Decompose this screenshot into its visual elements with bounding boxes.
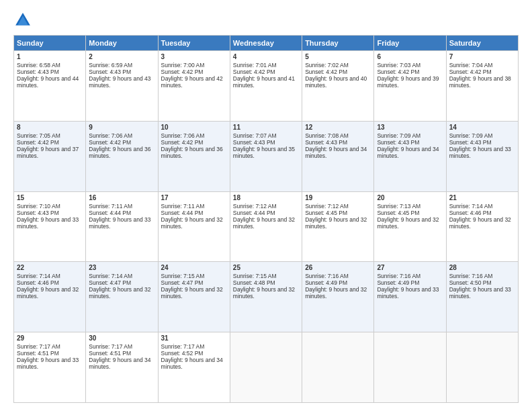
day-number: 12: [305, 124, 371, 131]
day-number: 7: [449, 53, 515, 60]
calendar-week-2: 15Sunrise: 7:10 AMSunset: 4:43 PMDayligh…: [14, 191, 519, 262]
day-number: 2: [89, 53, 154, 60]
sunrise-label: Sunrise: 7:00 AM: [161, 62, 205, 68]
calendar-cell: 17Sunrise: 7:11 AMSunset: 4:44 PMDayligh…: [158, 191, 230, 262]
sunrise-label: Sunrise: 7:14 AM: [89, 273, 132, 279]
sunset-label: Sunset: 4:46 PM: [17, 279, 59, 286]
sunset-label: Sunset: 4:45 PM: [305, 210, 347, 216]
calendar-cell: 12Sunrise: 7:08 AMSunset: 4:43 PMDayligh…: [302, 121, 374, 191]
sunrise-label: Sunrise: 7:05 AM: [17, 132, 60, 139]
calendar-cell: 6Sunrise: 7:03 AMSunset: 4:42 PMDaylight…: [374, 51, 446, 122]
day-number: 30: [89, 334, 154, 342]
calendar-week-1: 8Sunrise: 7:05 AMSunset: 4:42 PMDaylight…: [14, 121, 519, 191]
sunrise-label: Sunrise: 7:16 AM: [305, 273, 349, 279]
calendar-cell: 31Sunrise: 7:17 AMSunset: 4:52 PMDayligh…: [158, 332, 230, 403]
daylight-label: Daylight: 9 hours and 33 minutes.: [377, 286, 439, 300]
calendar-header-monday: Monday: [86, 36, 158, 51]
day-number: 8: [17, 124, 83, 131]
calendar-header-row: SundayMondayTuesdayWednesdayThursdayFrid…: [14, 36, 519, 51]
sunset-label: Sunset: 4:51 PM: [89, 350, 131, 357]
calendar-cell: 1Sunrise: 6:58 AMSunset: 4:43 PMDaylight…: [14, 51, 86, 122]
sunset-label: Sunset: 4:42 PM: [17, 139, 59, 146]
sunset-label: Sunset: 4:43 PM: [17, 210, 59, 216]
sunset-label: Sunset: 4:42 PM: [161, 68, 204, 75]
sunset-label: Sunset: 4:43 PM: [305, 139, 347, 146]
logo: [13, 11, 35, 30]
day-number: 18: [233, 194, 299, 201]
daylight-label: Daylight: 9 hours and 36 minutes.: [161, 146, 223, 159]
daylight-label: Daylight: 9 hours and 34 minutes.: [161, 357, 223, 370]
sunset-label: Sunset: 4:45 PM: [377, 210, 419, 216]
sunset-label: Sunset: 4:47 PM: [161, 279, 204, 286]
calendar-cell: 14Sunrise: 7:09 AMSunset: 4:43 PMDayligh…: [446, 121, 518, 191]
calendar-table: SundayMondayTuesdayWednesdayThursdayFrid…: [13, 35, 519, 403]
sunrise-label: Sunrise: 7:06 AM: [161, 132, 205, 139]
day-number: 13: [377, 124, 443, 131]
sunset-label: Sunset: 4:42 PM: [305, 68, 347, 75]
daylight-label: Daylight: 9 hours and 34 minutes.: [305, 146, 367, 159]
daylight-label: Daylight: 9 hours and 32 minutes.: [377, 216, 439, 230]
calendar-cell: 19Sunrise: 7:12 AMSunset: 4:45 PMDayligh…: [302, 191, 374, 262]
day-number: 9: [89, 124, 154, 131]
day-number: 29: [17, 334, 83, 342]
calendar-header-sunday: Sunday: [14, 36, 86, 51]
sunrise-label: Sunrise: 7:11 AM: [161, 203, 205, 210]
calendar-cell: 24Sunrise: 7:15 AMSunset: 4:47 PMDayligh…: [158, 262, 230, 332]
sunrise-label: Sunrise: 7:14 AM: [17, 273, 60, 279]
sunrise-label: Sunrise: 7:10 AM: [17, 203, 60, 210]
sunrise-label: Sunrise: 7:15 AM: [161, 273, 205, 279]
logo-icon: [13, 11, 32, 30]
sunset-label: Sunset: 4:51 PM: [17, 350, 59, 357]
day-number: 23: [89, 264, 154, 271]
day-number: 1: [17, 53, 83, 60]
daylight-label: Daylight: 9 hours and 32 minutes.: [233, 216, 295, 230]
day-number: 31: [161, 334, 227, 342]
daylight-label: Daylight: 9 hours and 43 minutes.: [89, 75, 150, 89]
sunrise-label: Sunrise: 7:17 AM: [89, 343, 132, 350]
daylight-label: Daylight: 9 hours and 38 minutes.: [449, 75, 511, 89]
calendar-cell: 13Sunrise: 7:09 AMSunset: 4:43 PMDayligh…: [374, 121, 446, 191]
day-number: 25: [233, 264, 299, 271]
calendar-cell: 16Sunrise: 7:11 AMSunset: 4:44 PMDayligh…: [86, 191, 158, 262]
day-number: 11: [233, 124, 299, 131]
sunrise-label: Sunrise: 7:08 AM: [305, 132, 349, 139]
sunset-label: Sunset: 4:42 PM: [233, 68, 275, 75]
sunrise-label: Sunrise: 7:06 AM: [89, 132, 132, 139]
sunset-label: Sunset: 4:43 PM: [89, 68, 131, 75]
daylight-label: Daylight: 9 hours and 34 minutes.: [89, 357, 150, 370]
calendar-header-saturday: Saturday: [446, 36, 518, 51]
sunset-label: Sunset: 4:49 PM: [377, 279, 419, 286]
sunset-label: Sunset: 4:43 PM: [377, 139, 419, 146]
calendar-cell: 4Sunrise: 7:01 AMSunset: 4:42 PMDaylight…: [230, 51, 302, 122]
calendar-cell: 22Sunrise: 7:14 AMSunset: 4:46 PMDayligh…: [14, 262, 86, 332]
day-number: 19: [305, 194, 371, 201]
daylight-label: Daylight: 9 hours and 33 minutes.: [89, 216, 150, 230]
daylight-label: Daylight: 9 hours and 41 minutes.: [233, 75, 295, 89]
sunrise-label: Sunrise: 7:12 AM: [233, 203, 277, 210]
sunrise-label: Sunrise: 6:58 AM: [17, 62, 60, 68]
day-number: 4: [233, 53, 299, 60]
calendar-cell: [302, 332, 374, 403]
daylight-label: Daylight: 9 hours and 32 minutes.: [305, 286, 367, 300]
calendar-week-4: 29Sunrise: 7:17 AMSunset: 4:51 PMDayligh…: [14, 332, 519, 403]
sunrise-label: Sunrise: 7:11 AM: [89, 203, 132, 210]
sunrise-label: Sunrise: 7:15 AM: [233, 273, 277, 279]
daylight-label: Daylight: 9 hours and 40 minutes.: [305, 75, 367, 89]
calendar-cell: 8Sunrise: 7:05 AMSunset: 4:42 PMDaylight…: [14, 121, 86, 191]
sunrise-label: Sunrise: 7:04 AM: [449, 62, 493, 68]
calendar-cell: 20Sunrise: 7:13 AMSunset: 4:45 PMDayligh…: [374, 191, 446, 262]
day-number: 5: [305, 53, 371, 60]
sunset-label: Sunset: 4:50 PM: [449, 279, 492, 286]
calendar-cell: 11Sunrise: 7:07 AMSunset: 4:43 PMDayligh…: [230, 121, 302, 191]
daylight-label: Daylight: 9 hours and 32 minutes.: [161, 286, 223, 300]
calendar-cell: 18Sunrise: 7:12 AMSunset: 4:44 PMDayligh…: [230, 191, 302, 262]
sunset-label: Sunset: 4:47 PM: [89, 279, 131, 286]
daylight-label: Daylight: 9 hours and 32 minutes.: [305, 216, 367, 230]
calendar-cell: 2Sunrise: 6:59 AMSunset: 4:43 PMDaylight…: [86, 51, 158, 122]
day-number: 24: [161, 264, 227, 271]
sunset-label: Sunset: 4:42 PM: [161, 139, 204, 146]
calendar-cell: 3Sunrise: 7:00 AMSunset: 4:42 PMDaylight…: [158, 51, 230, 122]
day-number: 10: [161, 124, 227, 131]
day-number: 27: [377, 264, 443, 271]
sunset-label: Sunset: 4:42 PM: [89, 139, 131, 146]
